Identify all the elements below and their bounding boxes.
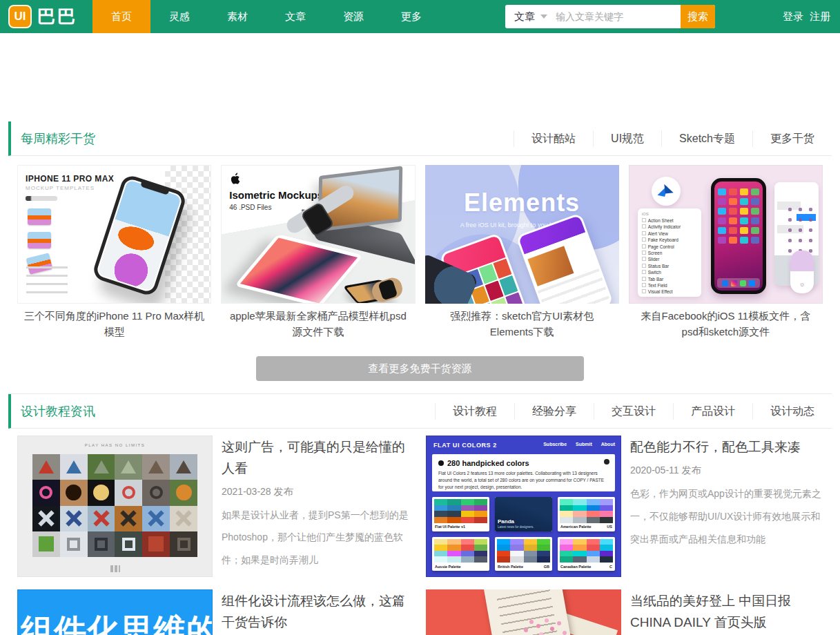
color-swatch bbox=[497, 556, 510, 563]
article-title[interactable]: 配色能力不行，配色工具来凑 bbox=[630, 437, 823, 458]
color-swatch bbox=[461, 539, 474, 545]
feature-list-decor bbox=[26, 264, 68, 293]
color-swatch bbox=[573, 499, 586, 505]
ios-kit-list-item: Page Control bbox=[642, 244, 697, 250]
tab-item[interactable]: UI规范 bbox=[593, 130, 661, 147]
color-swatch bbox=[434, 499, 447, 505]
flat-menu-item: About bbox=[601, 442, 615, 447]
logo-icon: UI bbox=[8, 5, 32, 28]
color-tile bbox=[740, 217, 748, 224]
ps-photo-tile bbox=[32, 506, 60, 531]
tab-item[interactable]: 设计教程 bbox=[435, 403, 514, 420]
color-swatch bbox=[474, 545, 487, 551]
resource-card-facebook-ios[interactable]: iOS Action SheetActivity IndicatorAlert … bbox=[629, 165, 823, 340]
tutorials-title: 设计教程资讯 bbox=[11, 403, 435, 420]
article-thumbnail[interactable]: PLAY HAS NO LIMITS bbox=[17, 436, 213, 577]
color-swatch bbox=[510, 539, 523, 545]
card-thumbnail-isometric[interactable]: Isometric Mockups 46 .PSD Files bbox=[221, 165, 415, 304]
color-swatch bbox=[560, 499, 573, 505]
color-tile bbox=[740, 188, 748, 195]
color-swatch bbox=[573, 511, 586, 517]
article-title[interactable]: 这则广告，可能真的只是给懂的人看 bbox=[222, 437, 414, 480]
mockup-subtitle-text: 46 .PSD Files bbox=[229, 204, 271, 211]
tab-item[interactable]: 更多干货 bbox=[752, 130, 832, 147]
search-button[interactable]: 搜索 bbox=[681, 5, 715, 28]
register-link[interactable]: 注册 bbox=[810, 10, 830, 23]
section-dry-goods: 每周精彩干货 设计酷站UI规范Sketch专题更多干货 IPHONE 11 PR… bbox=[8, 121, 832, 381]
color-swatch bbox=[587, 499, 600, 505]
panel-label: iOS bbox=[642, 212, 697, 216]
color-tile bbox=[740, 237, 748, 244]
color-swatch bbox=[474, 539, 487, 545]
color-swatch bbox=[587, 505, 600, 511]
auth-links: 登录 注册 bbox=[783, 0, 840, 33]
nav-item[interactable]: 更多 bbox=[382, 0, 440, 33]
ps-photo-tile bbox=[88, 480, 115, 505]
app-icon-grid bbox=[718, 188, 759, 244]
article-title[interactable]: 组件化设计流程该怎么做，这篇干货告诉你 bbox=[222, 591, 414, 634]
card-caption[interactable]: 强烈推荐：sketch官方UI素材包Elements下载 bbox=[425, 309, 619, 340]
color-swatch bbox=[447, 499, 460, 505]
top-navbar: UI 巴巴 首页灵感素材文章资源更多 文章 搜索 登录 注册 bbox=[0, 0, 840, 33]
article-item-ps-ad[interactable]: PLAY HAS NO LIMITS 这则广告，可能真的只是给懂的人看 2021… bbox=[17, 436, 414, 577]
tab-item[interactable]: 设计酷站 bbox=[514, 130, 593, 147]
ios-kit-list: Action SheetActivity IndicatorAlert View… bbox=[642, 217, 697, 295]
tab-item[interactable]: 交互设计 bbox=[594, 403, 673, 420]
ps-photo-tile bbox=[60, 531, 88, 557]
article-thumbnail[interactable] bbox=[426, 589, 621, 635]
tab-item[interactable]: 产品设计 bbox=[673, 403, 752, 420]
color-swatch bbox=[510, 545, 523, 551]
article-title[interactable]: 当纸品的美好登上 中国日报 CHINA DAILY 首页头版 bbox=[630, 591, 823, 634]
nav-item[interactable]: 资源 bbox=[324, 0, 382, 33]
mini-preview bbox=[28, 232, 51, 248]
more-resources-button[interactable]: 查看更多免费干货资源 bbox=[256, 356, 584, 381]
search-category-value: 文章 bbox=[514, 10, 535, 23]
search-input[interactable] bbox=[556, 5, 681, 28]
color-swatch bbox=[573, 551, 586, 557]
nav-item[interactable]: 灵感 bbox=[150, 0, 208, 33]
ps-photo-tile bbox=[142, 480, 170, 505]
color-swatch bbox=[474, 505, 487, 511]
article-item-flat-ui-colors[interactable]: FLAT UI COLORS 2 SubscribeSubmitAbout 28… bbox=[426, 436, 823, 577]
blossom-decor bbox=[529, 620, 534, 624]
resource-card-iphone11[interactable]: IPHONE 11 PRO MAX MOCKUP TEMPLATES 三个不同角… bbox=[17, 165, 211, 340]
tab-item[interactable]: Sketch专题 bbox=[661, 130, 752, 147]
card-thumbnail-iphone11[interactable]: IPHONE 11 PRO MAX MOCKUP TEMPLATES bbox=[17, 165, 211, 304]
resource-card-isometric[interactable]: Isometric Mockups 46 .PSD Files apple苹果最… bbox=[221, 165, 415, 340]
article-item-china-daily[interactable]: 当纸品的美好登上 中国日报 CHINA DAILY 首页头版 bbox=[426, 589, 823, 635]
ios-kit-list-item: Activity Indicator bbox=[642, 224, 697, 230]
nav-item[interactable]: 素材 bbox=[208, 0, 266, 33]
color-swatch bbox=[510, 556, 523, 563]
color-tile bbox=[751, 208, 759, 215]
color-swatch bbox=[434, 539, 447, 545]
card-thumbnail-elements[interactable]: Elements A free iOS UI kit, brought to y… bbox=[425, 165, 619, 304]
ps-photo-tile bbox=[142, 454, 170, 480]
main-nav: 首页灵感素材文章资源更多 bbox=[92, 0, 440, 33]
card-caption[interactable]: apple苹果最新全家桶产品模型样机psd源文件下载 bbox=[221, 309, 415, 340]
article-thumbnail[interactable]: FLAT UI COLORS 2 SubscribeSubmitAbout 28… bbox=[426, 436, 621, 577]
palette-card: Aussie Palette bbox=[432, 537, 489, 572]
nav-item[interactable]: 文章 bbox=[266, 0, 324, 33]
ps-photo-tile bbox=[142, 531, 170, 557]
card-caption[interactable]: 来自Facebook的iOS 11模板文件，含psd和sketch源文件 bbox=[629, 309, 823, 340]
card-thumbnail-facebook-ios[interactable]: iOS Action SheetActivity IndicatorAlert … bbox=[629, 165, 823, 304]
article-thumbnail[interactable]: 组件化思维的 bbox=[17, 589, 213, 635]
ps-grid bbox=[32, 454, 197, 557]
color-swatch bbox=[434, 505, 447, 511]
ios-kit-list-item: Fake Keyboard bbox=[642, 237, 697, 243]
tab-item[interactable]: 经验分享 bbox=[514, 403, 594, 420]
ps-photo-tile bbox=[115, 506, 142, 531]
login-link[interactable]: 登录 bbox=[783, 10, 803, 23]
chevron-down-icon bbox=[540, 14, 547, 19]
ps-photo-tile bbox=[32, 480, 60, 505]
resource-card-elements[interactable]: Elements A free iOS UI kit, brought to y… bbox=[425, 165, 619, 340]
search-category-select[interactable]: 文章 bbox=[505, 5, 556, 28]
card-caption[interactable]: 三个不同角度的iPhone 11 Pro Max样机模型 bbox=[17, 309, 211, 340]
color-swatch bbox=[474, 499, 487, 505]
article-item-componentization[interactable]: 组件化思维的 组件化设计流程该怎么做，这篇干货告诉你 bbox=[17, 589, 414, 635]
color-swatch bbox=[560, 556, 573, 563]
tab-item[interactable]: 设计动态 bbox=[752, 403, 832, 420]
site-logo[interactable]: UI 巴巴 bbox=[0, 0, 92, 33]
nav-item[interactable]: 首页 bbox=[92, 0, 150, 33]
color-swatch bbox=[497, 539, 510, 545]
